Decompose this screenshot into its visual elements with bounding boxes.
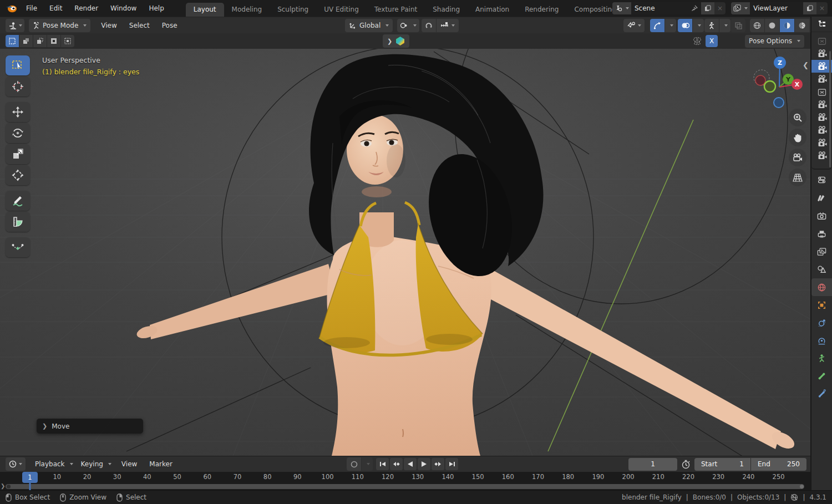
select-mode-invert-button[interactable] bbox=[47, 35, 60, 47]
menu-help[interactable]: Help bbox=[143, 0, 170, 17]
outliner-editor-button[interactable] bbox=[811, 17, 832, 32]
tab-rendering[interactable]: Rendering bbox=[517, 3, 566, 17]
tab-texture-paint[interactable]: Texture Paint bbox=[367, 3, 425, 17]
menu-view[interactable]: View bbox=[95, 17, 123, 34]
scene-unlink-button[interactable]: × bbox=[714, 2, 726, 14]
gizmo-dropdown[interactable] bbox=[665, 19, 676, 32]
snap-toggle[interactable] bbox=[422, 19, 436, 32]
timeline-marker-menu[interactable]: Marker bbox=[143, 456, 178, 472]
shading-wireframe-button[interactable] bbox=[750, 19, 764, 32]
properties-tab-object[interactable] bbox=[811, 296, 832, 314]
frame-start-field[interactable]: Start 1 bbox=[694, 458, 750, 471]
tab-shading[interactable]: Shading bbox=[425, 3, 468, 17]
viewlayer-browse-button[interactable] bbox=[731, 2, 750, 14]
shading-material-button[interactable] bbox=[780, 19, 794, 32]
autokey-toggle[interactable] bbox=[347, 457, 361, 471]
pivot-point-dropdown[interactable] bbox=[397, 19, 419, 32]
viewport-3d[interactable]: Z Y X User Perspective (1) blender file_… bbox=[0, 49, 811, 456]
blender-logo-icon[interactable] bbox=[6, 4, 18, 13]
viewlayer-name-field[interactable]: ViewLayer bbox=[750, 2, 803, 14]
tab-uv-editing[interactable]: UV Editing bbox=[316, 3, 367, 17]
breadcrumb[interactable]: ❯ bbox=[383, 34, 409, 48]
tool-measure[interactable] bbox=[6, 212, 30, 232]
menu-pose[interactable]: Pose bbox=[156, 17, 184, 34]
current-frame-field[interactable]: 1 bbox=[628, 458, 677, 471]
play-button[interactable] bbox=[418, 458, 430, 470]
tab-modeling[interactable]: Modeling bbox=[224, 3, 270, 17]
timeline-ruler[interactable]: 1102030405060708090100110120130140150160… bbox=[0, 472, 811, 483]
timeline-view-menu[interactable]: View bbox=[115, 456, 143, 472]
timeline-scrollbar[interactable] bbox=[6, 484, 804, 489]
outliner-item-cam_x_dim[interactable] bbox=[811, 34, 832, 47]
pin-icon[interactable] bbox=[691, 5, 698, 12]
operator-panel-move[interactable]: ❯ Move bbox=[37, 419, 143, 434]
tool-rotate[interactable] bbox=[6, 123, 30, 143]
pose-display-dropdown[interactable] bbox=[719, 19, 730, 32]
show-overlays-toggle[interactable] bbox=[678, 19, 692, 32]
transform-orientation-dropdown[interactable]: Global bbox=[345, 19, 393, 32]
tool-pose-breakdowner[interactable] bbox=[6, 237, 30, 257]
use-preview-range-toggle[interactable] bbox=[681, 460, 691, 469]
sidebar-collapse-arrow[interactable]: ❮ bbox=[803, 61, 809, 69]
properties-tab-physics[interactable] bbox=[811, 314, 832, 332]
zoom-view-button[interactable] bbox=[789, 109, 806, 126]
properties-tab-data[interactable] bbox=[811, 349, 832, 367]
select-mode-intersect-button[interactable] bbox=[61, 35, 74, 47]
scene-browse-button[interactable] bbox=[612, 2, 631, 14]
overlays-dropdown[interactable] bbox=[693, 19, 704, 32]
pose-options-dropdown[interactable]: Pose Options bbox=[745, 35, 804, 48]
current-frame-indicator[interactable]: 1 bbox=[22, 472, 38, 483]
snap-settings-dropdown[interactable] bbox=[437, 19, 459, 32]
menu-render[interactable]: Render bbox=[68, 0, 104, 17]
properties-tab-output[interactable] bbox=[811, 225, 832, 243]
tool-annotate[interactable] bbox=[6, 191, 30, 211]
tool-select-box[interactable] bbox=[6, 55, 30, 75]
tool-move[interactable] bbox=[6, 102, 30, 122]
select-mode-extend-button[interactable] bbox=[19, 35, 33, 47]
properties-editor-button[interactable] bbox=[811, 172, 832, 187]
xray-toggle[interactable] bbox=[731, 19, 745, 32]
properties-tab-bonec[interactable] bbox=[811, 385, 832, 403]
play-reverse-button[interactable] bbox=[404, 458, 417, 470]
prev-keyframe-button[interactable] bbox=[390, 458, 403, 470]
playhead[interactable] bbox=[29, 483, 31, 490]
properties-tab-bone[interactable] bbox=[811, 367, 832, 385]
next-keyframe-button[interactable] bbox=[432, 458, 444, 470]
menu-edit[interactable]: Edit bbox=[43, 0, 68, 17]
show-gizmo-toggle[interactable] bbox=[650, 19, 664, 32]
pan-view-button[interactable] bbox=[789, 129, 806, 146]
timeline-editor-button[interactable] bbox=[6, 457, 26, 471]
properties-tab-tool[interactable] bbox=[811, 190, 832, 207]
menu-select[interactable]: Select bbox=[123, 17, 156, 34]
tool-transform[interactable] bbox=[6, 165, 30, 185]
select-mode-subtract-button[interactable] bbox=[33, 35, 47, 47]
menu-file[interactable]: File bbox=[20, 0, 43, 17]
playback-menu[interactable]: Playback bbox=[31, 457, 77, 471]
pose-display-toggle[interactable] bbox=[704, 19, 719, 32]
jump-to-end-button[interactable] bbox=[445, 458, 458, 470]
object-visibility-dropdown[interactable] bbox=[623, 19, 645, 32]
tab-layout[interactable]: Layout bbox=[186, 3, 224, 17]
properties-tab-world[interactable] bbox=[811, 278, 832, 296]
tab-sculpting[interactable]: Sculpting bbox=[270, 3, 316, 17]
menu-window[interactable]: Window bbox=[104, 0, 143, 17]
shading-solid-button[interactable] bbox=[765, 19, 779, 32]
network-offline-icon[interactable] bbox=[790, 493, 798, 501]
tool-scale[interactable] bbox=[6, 144, 30, 164]
select-mode-set-button[interactable] bbox=[6, 35, 19, 47]
jump-to-start-button[interactable] bbox=[376, 458, 389, 470]
viewlayer-new-button[interactable] bbox=[803, 2, 816, 14]
shading-rendered-button[interactable] bbox=[795, 19, 809, 32]
keying-menu[interactable]: Keying bbox=[77, 457, 115, 471]
scene-name-field[interactable]: Scene bbox=[631, 2, 701, 14]
editor-type-button[interactable] bbox=[6, 19, 24, 32]
scene-new-button[interactable] bbox=[701, 2, 714, 14]
properties-tab-scene[interactable] bbox=[811, 261, 832, 278]
scroll-left-arrow[interactable]: ❯ bbox=[1, 483, 5, 489]
frame-end-field[interactable]: End 250 bbox=[751, 458, 806, 471]
camera-view-button[interactable] bbox=[789, 149, 806, 166]
viewlayer-remove-button[interactable]: × bbox=[816, 2, 828, 14]
properties-tab-render[interactable] bbox=[811, 207, 832, 225]
autokey-dropdown[interactable] bbox=[362, 457, 373, 471]
outliner-scrollbar[interactable] bbox=[829, 51, 831, 167]
